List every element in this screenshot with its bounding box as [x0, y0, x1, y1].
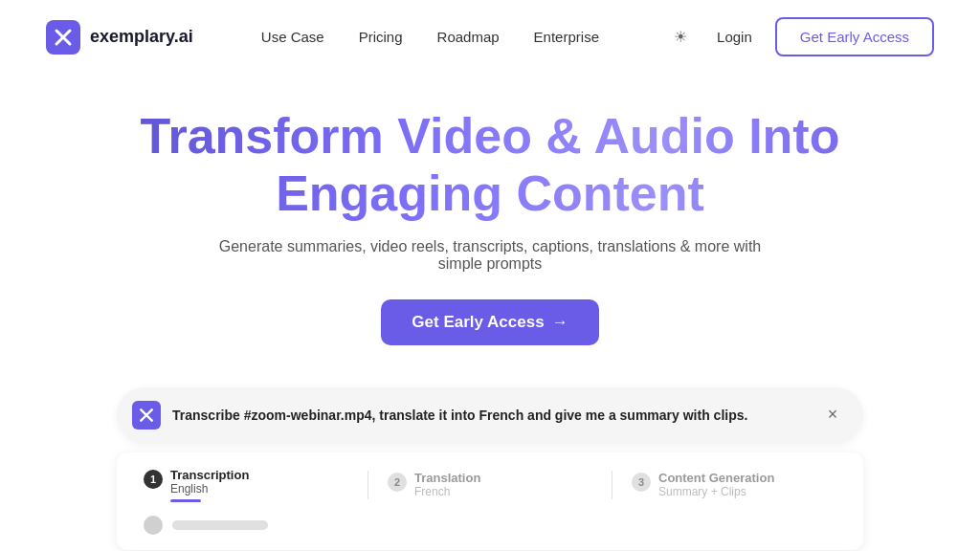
- header-early-access-button[interactable]: Get Early Access: [775, 17, 934, 56]
- hero-section: Transform Video & Audio Into Engaging Co…: [0, 74, 980, 368]
- hero-title: Transform Video & Audio Into Engaging Co…: [59, 108, 921, 223]
- step-3: 3 Content Generation Summary + Clips: [632, 471, 836, 498]
- hero-cta-arrow: →: [552, 313, 568, 332]
- logo-icon: [46, 20, 80, 55]
- step-3-content: Content Generation Summary + Clips: [658, 471, 774, 498]
- steps-container: 1 Transcription English 2 Translation Fr…: [117, 452, 863, 550]
- step-2-title: Translation: [414, 471, 480, 485]
- step-2-subtitle: French: [414, 485, 480, 498]
- main-nav: Use Case Pricing Roadmap Enterprise: [261, 29, 599, 46]
- login-button[interactable]: Login: [717, 29, 752, 45]
- nav-use-case[interactable]: Use Case: [261, 29, 324, 46]
- hero-cta-label: Get Early Access: [412, 313, 544, 332]
- logo-name: exemplary.ai: [90, 27, 193, 47]
- step-2-content: Translation French: [414, 471, 480, 498]
- nav-roadmap[interactable]: Roadmap: [437, 29, 500, 45]
- step-separator-1: [368, 471, 368, 499]
- step-3-title: Content Generation: [658, 471, 774, 485]
- prompt-close-icon[interactable]: ×: [821, 404, 844, 427]
- step-2: 2 Translation French: [388, 471, 592, 498]
- step-separator-2: [612, 471, 612, 499]
- hero-cta-button[interactable]: Get Early Access →: [381, 299, 598, 345]
- header-right: ☀ Login Get Early Access: [667, 17, 934, 56]
- step-2-number: 2: [388, 473, 407, 492]
- logo[interactable]: exemplary.ai: [46, 20, 193, 55]
- prompt-text: Transcribe #zoom-webinar.mp4, translate …: [172, 408, 810, 423]
- step-1-subtitle: English: [170, 482, 249, 496]
- step-3-subtitle: Summary + Clips: [658, 485, 774, 498]
- step-1-title: Transcription: [170, 468, 249, 482]
- nav-enterprise[interactable]: Enterprise: [534, 29, 599, 45]
- loading-bar: [172, 520, 268, 530]
- steps-row: 1 Transcription English 2 Translation Fr…: [144, 468, 836, 502]
- prompt-bar[interactable]: Transcribe #zoom-webinar.mp4, translate …: [117, 387, 863, 443]
- loading-avatar: [144, 516, 163, 535]
- hero-subtitle: Generate summaries, video reels, transcr…: [203, 238, 777, 273]
- loading-row: [144, 516, 836, 535]
- nav-pricing[interactable]: Pricing: [359, 29, 403, 45]
- step-1-number: 1: [144, 470, 163, 489]
- step-1-underline: [170, 499, 201, 502]
- prompt-logo-icon: [132, 401, 161, 430]
- theme-toggle-icon[interactable]: ☀: [667, 24, 694, 51]
- prompt-container: Transcribe #zoom-webinar.mp4, translate …: [117, 387, 863, 550]
- step-1-content: Transcription English: [170, 468, 249, 502]
- step-1: 1 Transcription English: [144, 468, 348, 502]
- step-3-number: 3: [632, 473, 651, 492]
